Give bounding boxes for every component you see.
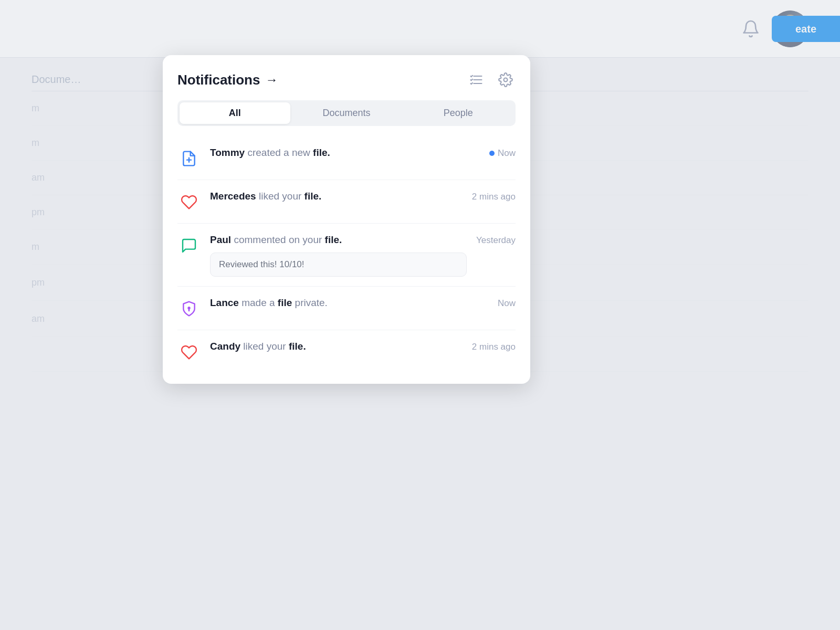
notification-item-candy[interactable]: Candy liked your file. 2 mins ago (177, 330, 516, 373)
notification-text: Tommy created a new file. (210, 146, 480, 160)
notification-time: Yesterday (476, 235, 516, 246)
notification-content: Mercedes liked your file. (210, 190, 463, 204)
notification-panel: Notifications → (163, 55, 530, 384)
tab-all[interactable]: All (180, 102, 290, 124)
svg-point-3 (504, 78, 508, 82)
panel-title[interactable]: Notifications → (177, 72, 278, 88)
notification-text: Mercedes liked your file. (210, 190, 463, 204)
notification-item-mercedes[interactable]: Mercedes liked your file. 2 mins ago (177, 180, 516, 224)
tab-documents[interactable]: Documents (291, 102, 402, 124)
notification-item-paul[interactable]: Paul commented on your file. Reviewed th… (177, 224, 516, 287)
filter-tabs: All Documents People (177, 100, 516, 126)
notification-content: Candy liked your file. (210, 340, 463, 354)
lock-icon (177, 297, 201, 320)
heart-icon (177, 191, 201, 214)
notification-content: Lance made a file private. (210, 296, 488, 310)
notification-time: Now (498, 298, 516, 309)
comment-preview: Reviewed this! 10/10! (210, 253, 467, 277)
tab-people[interactable]: People (403, 102, 513, 124)
unread-dot (489, 151, 495, 156)
notification-time: 2 mins ago (472, 192, 516, 202)
notification-time: Now (489, 148, 516, 159)
notification-item-tommy[interactable]: Tommy created a new file. Now (177, 136, 516, 180)
notification-item-lance[interactable]: Lance made a file private. Now (177, 287, 516, 330)
notification-text: Paul commented on your file. (210, 233, 467, 247)
notification-text: Lance made a file private. (210, 296, 488, 310)
panel-title-arrow: → (265, 72, 278, 87)
notification-content: Paul commented on your file. Reviewed th… (210, 233, 467, 277)
comment-icon (177, 234, 201, 257)
settings-button[interactable] (496, 70, 516, 90)
heart-icon (177, 341, 201, 364)
file-new-icon (177, 147, 201, 170)
notification-text: Candy liked your file. (210, 340, 463, 354)
mark-read-button[interactable] (466, 70, 486, 90)
notification-time: 2 mins ago (472, 342, 516, 352)
notification-content: Tommy created a new file. (210, 146, 480, 160)
panel-header-icons (466, 70, 516, 90)
panel-header: Notifications → (177, 70, 516, 90)
